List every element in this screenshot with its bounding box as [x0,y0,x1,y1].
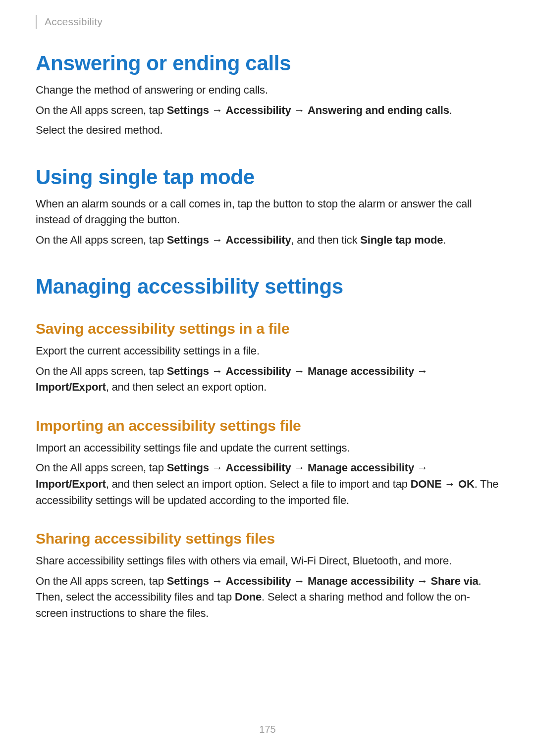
body-text: On the All apps screen, tap Settings → A… [36,460,499,508]
breadcrumb-text: Accessibility [45,16,103,28]
body-text: On the All apps screen, tap Settings → A… [36,363,499,396]
body-text: Export the current accessibility setting… [36,343,499,359]
body-text: On the All apps screen, tap Settings → A… [36,102,499,119]
section-title-managing: Managing accessibility settings [36,275,499,299]
section-title-single-tap: Using single tap mode [36,165,499,189]
subsection-title-saving: Saving accessibility settings in a file [36,320,499,337]
body-text: Change the method of answering or ending… [36,82,499,99]
body-text: Share accessibility settings files with … [36,553,499,569]
subsection-title-sharing: Sharing accessibility settings files [36,530,499,547]
body-text: When an alarm sounds or a call comes in,… [36,196,499,228]
body-text: On the All apps screen, tap Settings → A… [36,573,499,622]
body-text: On the All apps screen, tap Settings → A… [36,232,499,249]
header-divider [36,15,37,29]
body-text: Import an accessibility settings file an… [36,440,499,456]
body-text: Select the desired method. [36,122,499,139]
subsection-title-importing: Importing an accessibility settings file [36,417,499,434]
page-number: 175 [0,724,535,735]
section-title-answering-calls: Answering or ending calls [36,51,499,75]
header-breadcrumb: Accessibility [36,15,499,29]
